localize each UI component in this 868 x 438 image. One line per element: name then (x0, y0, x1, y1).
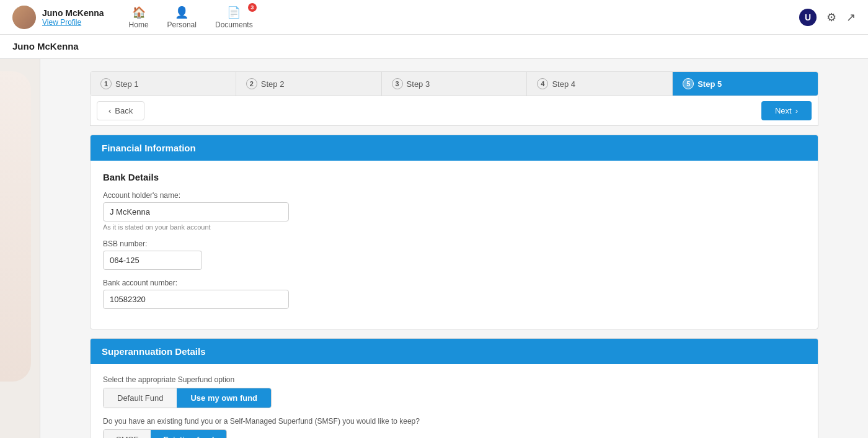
step-5-label: Step 5 (698, 79, 722, 89)
account-holder-group: Account holder's name: As it is stated o… (103, 191, 805, 231)
smsf-button[interactable]: SMSF (104, 430, 151, 438)
step-4-num: 4 (537, 78, 548, 89)
super-section-title: Superannuation Details (102, 346, 206, 357)
step-3-label: Step 3 (407, 79, 430, 89)
documents-badge: 3 (248, 3, 257, 12)
own-fund-button[interactable]: Use my own fund (177, 388, 271, 408)
financial-section-title: Financial Information (102, 143, 196, 153)
superfund-option-group: Select the appropriate Superfund option … (103, 375, 805, 408)
person-icon: 👤 (175, 6, 188, 19)
main-content: 1 Step 1 2 Step 2 3 Step 3 4 Step 4 5 St… (40, 59, 868, 438)
account-number-group: Bank account number: (103, 279, 805, 309)
super-section-body: Select the appropriate Superfund option … (91, 364, 818, 438)
step-5[interactable]: 5 Step 5 (673, 72, 818, 96)
step-5-num: 5 (683, 78, 694, 89)
bank-details-title: Bank Details (103, 172, 805, 182)
step-2-label: Step 2 (261, 79, 285, 89)
nav-documents[interactable]: 📄 Documents 3 (215, 6, 253, 29)
next-chevron-icon: › (795, 106, 798, 115)
default-fund-button[interactable]: Default Fund (104, 388, 177, 408)
financial-section: Financial Information Bank Details Accou… (90, 135, 818, 329)
existing-fund-label: Do you have an existing fund you or a Se… (103, 417, 805, 426)
bsb-input[interactable] (103, 251, 202, 270)
account-holder-label: Account holder's name: (103, 191, 805, 200)
page-title: Juno McKenna (12, 41, 79, 51)
logout-icon[interactable]: ↗ (846, 11, 856, 24)
bsb-label: BSB number: (103, 239, 805, 248)
step-3-num: 3 (392, 78, 403, 89)
settings-icon[interactable]: ⚙ (826, 11, 836, 24)
existing-fund-group: Do you have an existing fund you or a Se… (103, 417, 805, 438)
nav-links: 🏠 Home 👤 Personal 📄 Documents 3 (129, 6, 253, 29)
back-label: Back (115, 106, 133, 115)
page-header: Juno McKenna (0, 35, 868, 59)
nav-right: U ⚙ ↗ (799, 9, 856, 26)
step-1[interactable]: 1 Step 1 (91, 72, 236, 96)
account-holder-input[interactable] (103, 202, 289, 221)
nav-personal-label: Personal (167, 20, 197, 29)
super-section: Superannuation Details Select the approp… (90, 338, 818, 438)
nav-user-info: Juno McKenna View Profile (42, 8, 104, 27)
super-section-header: Superannuation Details (91, 339, 818, 364)
documents-icon: 📄 (227, 6, 241, 19)
sidebar-decoration (0, 71, 31, 382)
step-1-num: 1 (100, 78, 112, 89)
financial-section-header: Financial Information (91, 135, 818, 161)
avatar (12, 6, 36, 29)
back-button[interactable]: ‹ Back (97, 101, 144, 120)
account-holder-hint: As it is stated on your bank account (103, 223, 805, 231)
account-number-input[interactable] (103, 290, 289, 309)
navbar: Juno McKenna View Profile 🏠 Home 👤 Perso… (0, 0, 868, 35)
superfund-options: Default Fund Use my own fund (103, 388, 272, 408)
next-button[interactable]: Next › (761, 101, 812, 120)
step-2-num: 2 (246, 78, 257, 89)
step-1-label: Step 1 (115, 79, 139, 89)
bsb-group: BSB number: (103, 239, 805, 270)
nav-buttons: ‹ Back Next › (90, 96, 818, 126)
existing-fund-button[interactable]: Existing fund (151, 430, 226, 438)
step-4-label: Step 4 (552, 79, 575, 89)
nav-documents-label: Documents (215, 20, 253, 29)
ubiquity-logo: U (799, 9, 817, 26)
nav-home-label: Home (129, 20, 149, 29)
home-icon: 🏠 (132, 6, 146, 19)
nav-user-name: Juno McKenna (42, 8, 104, 18)
next-label: Next (775, 106, 792, 115)
view-profile-link[interactable]: View Profile (42, 18, 104, 27)
back-chevron-icon: ‹ (108, 106, 111, 115)
fund-options: SMSF Existing fund (103, 429, 227, 438)
steps-container: 1 Step 1 2 Step 2 3 Step 3 4 Step 4 5 St… (90, 71, 818, 96)
account-number-label: Bank account number: (103, 279, 805, 287)
step-4[interactable]: 4 Step 4 (527, 72, 673, 96)
step-3[interactable]: 3 Step 3 (382, 72, 528, 96)
nav-personal[interactable]: 👤 Personal (167, 6, 197, 29)
financial-section-body: Bank Details Account holder's name: As i… (91, 161, 818, 329)
sidebar (0, 59, 40, 438)
nav-home[interactable]: 🏠 Home (129, 6, 149, 29)
nav-user: Juno McKenna View Profile (12, 6, 104, 29)
layout: 1 Step 1 2 Step 2 3 Step 3 4 Step 4 5 St… (0, 59, 868, 438)
superfund-option-label: Select the appropriate Superfund option (103, 375, 805, 384)
step-2[interactable]: 2 Step 2 (236, 72, 382, 96)
